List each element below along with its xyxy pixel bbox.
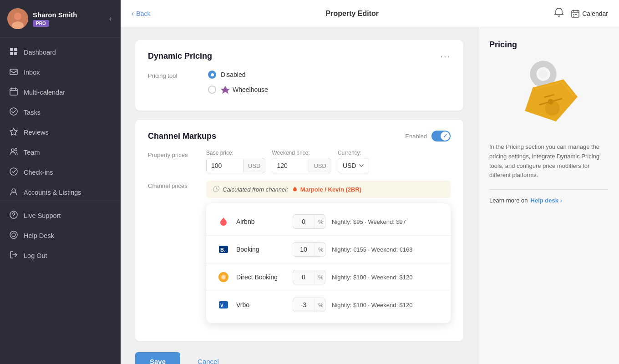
- svg-rect-5: [14, 48, 17, 51]
- base-price-label: Base price:: [206, 150, 265, 156]
- svg-rect-23: [572, 10, 579, 17]
- vrbo-markup-input[interactable]: [293, 298, 314, 312]
- sidebar-label-team: Team: [24, 149, 40, 156]
- sidebar-label-accounts: Accounts & Listings: [24, 189, 81, 196]
- sidebar-item-team[interactable]: Team: [0, 142, 121, 162]
- radio-disabled[interactable]: Disabled: [208, 71, 268, 79]
- radio-disabled-label: Disabled: [221, 71, 245, 78]
- chevron-down-icon: [359, 163, 364, 168]
- currency-value: USD: [343, 162, 356, 169]
- sidebar-label-reviews: Reviews: [24, 129, 49, 136]
- base-price-input-wrapper: USD: [206, 158, 265, 173]
- direct-pricing-text: Nightly: $100 · Weekend: $120: [332, 274, 440, 281]
- currency-label: Currency:: [338, 150, 370, 156]
- airbnb-channel-name: Airbnb: [236, 218, 286, 225]
- svg-rect-24: [573, 14, 574, 15]
- property-prices-label: Property prices: [148, 150, 193, 158]
- sidebar-item-accounts[interactable]: Accounts & Listings: [0, 182, 121, 201]
- direct-booking-channel-name: Direct Booking: [236, 273, 286, 281]
- help-desk-link[interactable]: Help desk ›: [531, 197, 562, 204]
- sidebar-label-tasks: Tasks: [24, 109, 41, 116]
- airbnb-small-icon: [292, 186, 298, 192]
- channel-calculated-banner: ⓘ Calculated from channel: Marpole / Kev…: [206, 181, 451, 198]
- sidebar-item-inbox[interactable]: Inbox: [0, 62, 121, 82]
- vrbo-channel-name: Vrbo: [236, 301, 286, 308]
- enabled-toggle-switch[interactable]: ✓: [431, 131, 451, 142]
- sidebar-item-log-out[interactable]: Log Out: [0, 246, 121, 266]
- base-price-input[interactable]: [207, 158, 243, 173]
- svg-rect-9: [10, 89, 17, 95]
- sidebar-bottom: Live Support Help Desk Log Out: [0, 201, 121, 364]
- vrbo-markup-unit: %: [314, 298, 325, 312]
- save-button[interactable]: Save: [135, 352, 180, 364]
- cancel-button[interactable]: Cancel: [187, 352, 230, 364]
- sidebar-item-tasks[interactable]: Tasks: [0, 102, 121, 122]
- main: ‹ Back Property Editor Calendar Dynamic …: [121, 0, 619, 364]
- channel-row-airbnb: Airbnb % Nightly: $95 · Weekend: $97: [206, 208, 451, 236]
- weekend-price-input[interactable]: [272, 158, 309, 173]
- channel-prices-label: Channel prices: [148, 181, 193, 189]
- nav-list: Dashboard Inbox Multi-calendar Tasks: [0, 38, 121, 201]
- right-panel-divider: [489, 189, 608, 190]
- svg-point-12: [11, 149, 14, 152]
- toggle-knob: ✓: [441, 131, 450, 141]
- collapse-sidebar-button[interactable]: ‹: [107, 13, 113, 25]
- topbar-title: Property Editor: [150, 10, 554, 18]
- calendar-button[interactable]: Calendar: [571, 10, 608, 18]
- sidebar-item-dashboard[interactable]: Dashboard: [0, 42, 121, 62]
- sidebar: Sharon Smith PRO ‹ Dashboard Inbox Multi…: [0, 0, 121, 364]
- sidebar-header: Sharon Smith PRO ‹: [0, 0, 121, 38]
- svg-point-3: [14, 13, 21, 20]
- reviews-icon: [9, 127, 18, 137]
- arrow-icon: ›: [560, 197, 562, 204]
- svg-point-22: [10, 231, 17, 238]
- sidebar-label-log-out: Log Out: [24, 252, 47, 259]
- avatar: [7, 8, 28, 29]
- vrbo-pricing-text: Nightly: $100 · Weekend: $120: [332, 302, 440, 308]
- svg-marker-11: [10, 128, 17, 135]
- svg-rect-4: [10, 48, 13, 51]
- base-price-field: Base price: USD: [206, 150, 265, 173]
- inbox-icon: [9, 67, 18, 77]
- currency-select[interactable]: USD: [338, 158, 370, 173]
- sidebar-item-multi-calendar[interactable]: Multi-calendar: [0, 82, 121, 102]
- more-options-button[interactable]: ···: [440, 51, 451, 61]
- booking-markup-input[interactable]: [293, 243, 314, 256]
- channel-row-direct: Direct Booking % Nightly: $100 · Weekend…: [206, 263, 451, 291]
- currency-field: Currency: USD: [338, 150, 370, 173]
- back-button[interactable]: ‹ Back: [132, 10, 150, 18]
- team-icon: [9, 147, 18, 157]
- airbnb-logo-icon: [217, 215, 230, 228]
- sidebar-item-reviews[interactable]: Reviews: [0, 122, 121, 142]
- svg-point-35: [538, 68, 548, 79]
- dynamic-pricing-card: Dynamic Pricing ··· Pricing tool Disable…: [135, 40, 463, 111]
- booking-channel-name: Booking: [236, 246, 286, 253]
- back-chevron-icon: ‹: [132, 10, 134, 18]
- airbnb-markup-input[interactable]: [293, 215, 314, 228]
- pricing-tool-row: Pricing tool Disabled: [148, 71, 451, 94]
- accounts-icon: [9, 187, 18, 197]
- right-panel-title: Pricing: [489, 40, 608, 50]
- price-inputs-group: Base price: USD Weekend price:: [206, 150, 451, 173]
- radio-wheelhouse[interactable]: Wheelhouse: [208, 85, 268, 94]
- booking-logo-icon: B.: [217, 243, 230, 256]
- channel-source-link[interactable]: Marpole / Kevin (2BR): [292, 186, 361, 193]
- direct-markup-wrapper: %: [293, 270, 325, 284]
- direct-markup-input[interactable]: [293, 270, 314, 284]
- notifications-button[interactable]: [554, 7, 564, 20]
- sidebar-label-dashboard: Dashboard: [24, 49, 56, 56]
- sidebar-item-help-desk[interactable]: Help Desk: [0, 226, 121, 246]
- channel-markups-header: Channel Markups Enabled ✓: [148, 131, 451, 142]
- help-desk-icon: [9, 231, 18, 241]
- channel-row-vrbo: V Vrbo % Nightly: $100 · Weekend: $120: [206, 291, 451, 318]
- logout-icon: [9, 251, 18, 261]
- weekend-price-input-wrapper: USD: [272, 158, 331, 173]
- weekend-price-field: Weekend price: USD: [272, 150, 331, 173]
- sidebar-item-live-support[interactable]: Live Support: [0, 206, 121, 226]
- sidebar-item-check-ins[interactable]: Check-ins: [0, 162, 121, 182]
- calculated-text: Calculated from channel:: [223, 186, 288, 193]
- svg-rect-7: [14, 52, 17, 55]
- pricing-options: Disabled Wheelhouse: [208, 71, 268, 94]
- learn-more-label: Learn more on: [489, 197, 528, 204]
- user-info: Sharon Smith PRO: [33, 11, 103, 27]
